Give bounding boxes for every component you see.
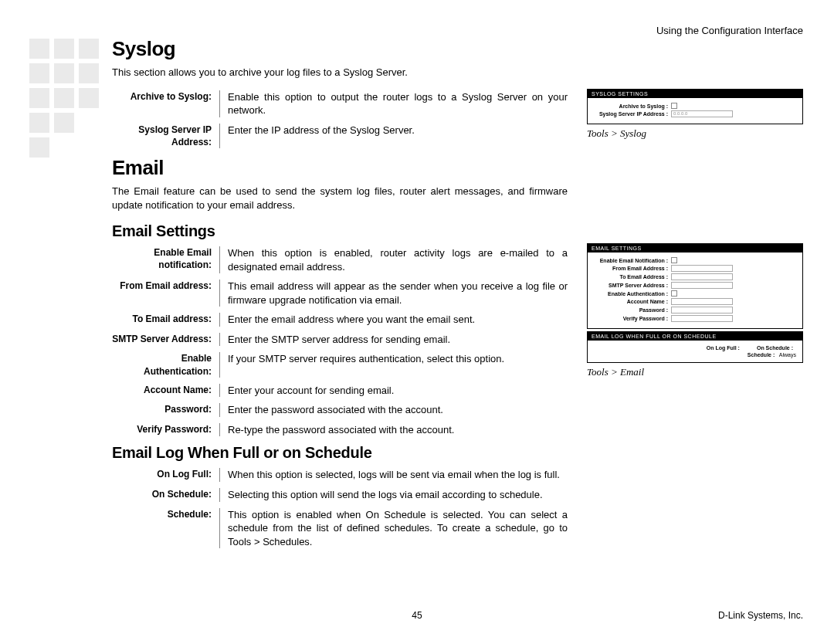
def-desc: This email address will appear as the se… — [220, 280, 568, 307]
def-term: Syslog Server IP Address: — [112, 124, 220, 148]
field-label: Syslog Server IP Address : — [594, 111, 671, 117]
field-label: SMTP Server Address : — [594, 283, 671, 288]
field-label: To Email Address : — [594, 274, 671, 280]
input-account-name[interactable] — [671, 298, 733, 305]
field-label: From Email Address : — [594, 266, 671, 271]
def-term: To Email address: — [112, 313, 220, 327]
def-desc: This option is enabled when On Schedule … — [220, 508, 568, 549]
footer-company: D-Link Systems, Inc. — [718, 610, 803, 621]
def-desc: Enter the password associated with the a… — [220, 403, 568, 417]
def-term: Enable Email notification: — [112, 246, 220, 273]
select-schedule[interactable]: Always — [779, 352, 796, 358]
def-term: On Schedule: — [112, 488, 220, 502]
def-term: Schedule: — [112, 508, 220, 549]
def-desc: Selecting this option will send the logs… — [220, 488, 568, 502]
checkbox-enable-auth[interactable] — [671, 290, 677, 297]
field-label: On Log Full : — [707, 345, 743, 351]
field-label: Password : — [594, 307, 671, 313]
def-desc: Enable this option to output the router … — [220, 90, 568, 117]
input-from-email[interactable] — [671, 265, 733, 272]
heading-email-settings: Email Settings — [112, 222, 568, 240]
def-term: From Email address: — [112, 280, 220, 307]
input-smtp-server[interactable] — [671, 282, 733, 289]
checkbox-enable-email[interactable] — [671, 257, 677, 263]
main-content: Syslog This section allows you to archiv… — [112, 37, 568, 554]
panel-email-settings: EMAIL SETTINGS Enable Email Notification… — [587, 243, 803, 329]
def-term: On Log Full: — [112, 468, 220, 482]
def-term: Enable Authentication: — [112, 352, 220, 377]
def-term: SMTP Server Address: — [112, 333, 220, 347]
panel-syslog-settings: SYSLOG SETTINGS Archive to Syslog : Sysl… — [587, 89, 803, 124]
field-label: Enable Email Notification : — [594, 258, 671, 263]
heading-email-log: Email Log When Full or on Schedule — [112, 444, 568, 462]
page-number: 45 — [412, 610, 422, 621]
def-desc: Re-type the password associated with the… — [220, 423, 568, 437]
figure-syslog: SYSLOG SETTINGS Archive to Syslog : Sysl… — [587, 89, 803, 140]
field-label: Account Name : — [594, 299, 671, 304]
panel-header: SYSLOG SETTINGS — [588, 90, 802, 98]
checkbox-archive-syslog[interactable] — [671, 103, 677, 109]
header-section-label: Using the Configuration Interface — [656, 25, 803, 36]
def-term: Archive to Syslog: — [112, 90, 220, 117]
input-to-email[interactable] — [671, 273, 733, 280]
panel-email-log-schedule: EMAIL LOG WHEN FULL OR ON SCHEDULE On Lo… — [587, 331, 803, 363]
syslog-intro: This section allows you to archive your … — [112, 66, 568, 80]
def-row: Syslog Server IP Address: Enter the IP a… — [112, 124, 568, 148]
input-verify-password[interactable] — [671, 315, 733, 322]
field-label: Schedule : — [748, 352, 778, 358]
def-term: Verify Password: — [112, 423, 220, 437]
input-password[interactable] — [671, 307, 733, 314]
input-syslog-ip[interactable]: 0.0.0.0 — [671, 110, 733, 117]
def-term: Password: — [112, 403, 220, 417]
figure-email: EMAIL SETTINGS Enable Email Notification… — [587, 243, 803, 378]
field-label: Verify Password : — [594, 316, 671, 321]
def-desc: Enter the IP address of the Syslog Serve… — [220, 124, 568, 148]
def-term: Account Name: — [112, 384, 220, 398]
panel-header: EMAIL SETTINGS — [588, 244, 802, 253]
def-desc: Enter the email address where you want t… — [220, 313, 568, 327]
def-desc: Enter your account for sending email. — [220, 384, 568, 398]
def-desc: When this option is enabled, router acti… — [220, 246, 568, 273]
def-row: Archive to Syslog: Enable this option to… — [112, 90, 568, 117]
panel-header: EMAIL LOG WHEN FULL OR ON SCHEDULE — [588, 332, 802, 341]
field-label: Archive to Syslog : — [594, 103, 671, 109]
field-label: On Schedule : — [757, 345, 796, 351]
heading-email: Email — [112, 156, 568, 180]
decorative-squares — [29, 39, 99, 162]
figure-caption: Tools > Syslog — [587, 127, 803, 140]
def-desc: When this option is selected, logs will … — [220, 468, 568, 482]
field-label: Enable Authentication : — [594, 291, 671, 297]
def-desc: If your SMTP server requires authenticat… — [220, 352, 568, 377]
email-intro: The Email feature can be used to send th… — [112, 185, 568, 212]
def-desc: Enter the SMTP server address for sendin… — [220, 333, 568, 347]
heading-syslog: Syslog — [112, 37, 568, 61]
figure-caption: Tools > Email — [587, 366, 803, 378]
